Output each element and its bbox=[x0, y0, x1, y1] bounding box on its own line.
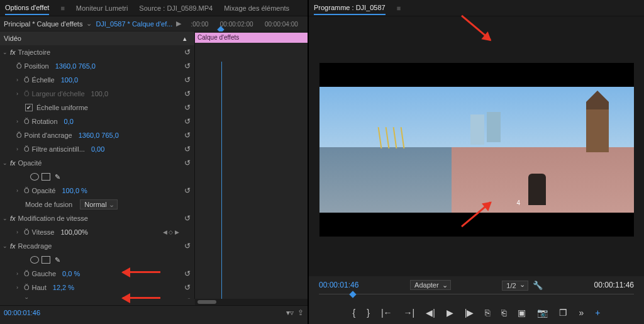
breadcrumb-master[interactable]: Principal * Calque d'effets bbox=[4, 20, 82, 28]
mark-out-button[interactable]: } bbox=[367, 308, 370, 318]
reset-icon[interactable]: ↺ bbox=[184, 186, 191, 195]
reset-icon[interactable]: ↺ bbox=[184, 48, 191, 57]
play-segment-icon[interactable]: ▶ bbox=[176, 20, 181, 28]
stopwatch-icon[interactable]: Ŏ bbox=[24, 270, 30, 277]
video-frame bbox=[319, 63, 634, 237]
mask-pen-icon[interactable]: ✎ bbox=[55, 256, 60, 264]
mark-in-button[interactable]: { bbox=[353, 308, 356, 318]
stopwatch-icon[interactable]: Ŏ bbox=[24, 145, 30, 153]
h-scrollbar[interactable] bbox=[195, 299, 308, 305]
caret-up-icon[interactable]: ▴ bbox=[183, 35, 191, 43]
mask-rect-icon[interactable] bbox=[42, 173, 50, 181]
play-button[interactable]: ▶ bbox=[447, 308, 453, 318]
row-rotation[interactable]: ›Ŏ Rotation 0,0 ↺ bbox=[0, 115, 194, 128]
reset-icon[interactable]: ↺ bbox=[184, 62, 191, 70]
fx-speed-row[interactable]: ⌄fx Modification de vitesse ↺ bbox=[0, 211, 194, 225]
go-in-button[interactable]: |← bbox=[381, 308, 392, 318]
snapshot-button[interactable]: 📷 bbox=[537, 308, 548, 318]
tab-lumetri[interactable]: Moniteur Lumetri bbox=[76, 2, 128, 14]
stopwatch-icon[interactable]: Ŏ bbox=[24, 118, 30, 125]
timecode-current[interactable]: 00:00:01:46 bbox=[4, 309, 40, 316]
row-crop-gauche[interactable]: ›Ŏ Gauche 0,0 % ↺ bbox=[0, 267, 194, 281]
tab-effect-options[interactable]: Options d'effet bbox=[5, 1, 49, 15]
row-opacity-value[interactable]: ›Ŏ Opacité 100,0 % ↺ bbox=[0, 184, 194, 198]
checkbox-uniform[interactable] bbox=[25, 104, 33, 111]
mask-ellipse-icon[interactable] bbox=[30, 256, 39, 264]
wrench-icon[interactable]: 🔧 bbox=[533, 281, 543, 290]
mask-pen-icon[interactable]: ✎ bbox=[55, 173, 60, 181]
stopwatch-icon[interactable]: Ŏ bbox=[24, 228, 30, 236]
program-playhead[interactable] bbox=[349, 291, 356, 298]
right-tab-bar: Programme : DJI_0587 ≡ bbox=[309, 0, 644, 16]
stopwatch-icon[interactable]: Ŏ bbox=[16, 62, 22, 70]
mini-timeline[interactable]: :00:00 00:00:02:00 00:00:04:00 bbox=[185, 20, 304, 28]
stopwatch-icon[interactable]: Ŏ bbox=[24, 284, 30, 291]
row-anchor[interactable]: Ŏ Point d'ancrage 1360,0 765,0 ↺ bbox=[0, 128, 194, 142]
keyframe-track-area[interactable]: Calque d'effets bbox=[195, 31, 308, 299]
row-position[interactable]: Ŏ Position 1360,0 765,0 ↺ bbox=[0, 59, 194, 73]
export-frame-button[interactable]: ▣ bbox=[518, 308, 526, 318]
ec-footer: 00:00:01:46 ▾▿ ⇪ bbox=[0, 305, 308, 319]
row-blend-mode[interactable]: Mode de fusion Normal bbox=[0, 198, 194, 211]
fx-opacite-row[interactable]: ⌄fx Opacité ↺ bbox=[0, 156, 194, 170]
tab-program[interactable]: Programme : DJI_0587 bbox=[314, 1, 386, 15]
stopwatch-icon[interactable]: Ŏ bbox=[24, 187, 30, 194]
tab-source[interactable]: Source : DJI_0589.MP4 bbox=[139, 2, 213, 14]
video-header-label: Vidéo bbox=[4, 35, 21, 42]
add-button[interactable]: + bbox=[595, 308, 600, 318]
chevron-down-icon[interactable]: ⌄ bbox=[86, 20, 92, 28]
effect-properties: Vidéo ▴ ⌄fx Trajectoire ↺ Ŏ Position 136… bbox=[0, 31, 308, 324]
row-crop-haut[interactable]: ›Ŏ Haut 12,2 % ↺ bbox=[0, 281, 194, 294]
blend-mode-dropdown[interactable]: Normal bbox=[80, 199, 117, 209]
extract-button[interactable]: ⎗ bbox=[501, 308, 506, 318]
fit-dropdown[interactable]: Adapter bbox=[410, 280, 451, 290]
mask-ellipse-icon[interactable] bbox=[30, 173, 39, 181]
reset-icon[interactable]: ↺ bbox=[184, 159, 191, 167]
row-antiflicker[interactable]: ›Ŏ Filtre antiscintill... 0,00 ↺ bbox=[0, 142, 194, 156]
timecode-left[interactable]: 00:00:01:46 bbox=[319, 281, 358, 289]
breadcrumb-source[interactable]: DJI_0587 * Calque d'ef... bbox=[96, 20, 172, 28]
resolution-dropdown[interactable]: 1/2 bbox=[502, 281, 528, 291]
reset-icon[interactable]: ↺ bbox=[184, 75, 191, 84]
program-scrubber[interactable] bbox=[319, 294, 634, 305]
program-monitor[interactable] bbox=[309, 16, 644, 276]
lift-button[interactable]: ⎘ bbox=[485, 308, 490, 318]
panel-menu-icon[interactable]: ≡ bbox=[397, 4, 401, 12]
reset-icon[interactable]: ↺ bbox=[184, 89, 191, 98]
reset-icon[interactable]: ↺ bbox=[184, 103, 191, 112]
clip-span[interactable]: Calque d'effets bbox=[195, 33, 308, 43]
tab-mixer[interactable]: Mixage des éléments bbox=[224, 2, 289, 14]
stopwatch-icon[interactable]: Ŏ bbox=[16, 131, 22, 139]
reset-icon[interactable]: ↺ bbox=[184, 117, 191, 126]
scroll-thumb[interactable] bbox=[197, 300, 216, 304]
row-crop-droite[interactable]: ›Ŏ Droite 0,0 % ↺ bbox=[0, 294, 194, 299]
row-largeur-echelle: ›Ŏ Largeur d'échelle 100,0 ↺ bbox=[0, 87, 194, 101]
stopwatch-icon[interactable]: Ŏ bbox=[24, 298, 30, 299]
reset-icon[interactable]: ↺ bbox=[184, 269, 191, 278]
reset-icon[interactable]: ↺ bbox=[184, 242, 191, 250]
panel-menu-icon[interactable]: ≡ bbox=[60, 4, 64, 12]
video-header[interactable]: Vidéo ▴ bbox=[0, 31, 194, 45]
step-forward-button[interactable]: |▶ bbox=[465, 308, 474, 318]
keyframe-nav[interactable]: ◀ ◇ ▶ bbox=[163, 229, 179, 235]
go-out-button[interactable]: →| bbox=[404, 308, 415, 318]
row-echelle[interactable]: ›Ŏ Échelle 100,0 ↺ bbox=[0, 73, 194, 87]
stopwatch-icon[interactable]: Ŏ bbox=[24, 76, 30, 84]
funnel-icon[interactable]: ▾▿ bbox=[286, 308, 294, 317]
fx-trajectoire-row[interactable]: ⌄fx Trajectoire ↺ bbox=[0, 45, 194, 59]
step-back-button[interactable]: ◀| bbox=[426, 308, 435, 318]
export-icon[interactable]: ⇪ bbox=[297, 308, 304, 317]
reset-icon[interactable]: ↺ bbox=[184, 131, 191, 140]
comparison-button[interactable]: ❐ bbox=[559, 308, 567, 318]
row-echelle-uniforme[interactable]: Échelle uniforme ↺ bbox=[0, 101, 194, 115]
reset-icon[interactable]: ↺ bbox=[184, 283, 191, 292]
reset-icon[interactable]: ↺ bbox=[184, 145, 191, 154]
reset-icon[interactable]: ↺ bbox=[184, 297, 191, 299]
more-button[interactable]: » bbox=[579, 308, 584, 318]
reset-icon[interactable]: ↺ bbox=[184, 214, 191, 223]
mask-rect-icon[interactable] bbox=[42, 256, 50, 264]
row-vitesse[interactable]: ›Ŏ Vitesse 100,00% ◀ ◇ ▶ bbox=[0, 225, 194, 239]
fx-recadrage-row[interactable]: ⌄fx Recadrage ↺ bbox=[0, 239, 194, 253]
timecode-right[interactable]: 00:00:11:46 bbox=[594, 281, 634, 289]
playhead-line[interactable] bbox=[221, 62, 222, 299]
